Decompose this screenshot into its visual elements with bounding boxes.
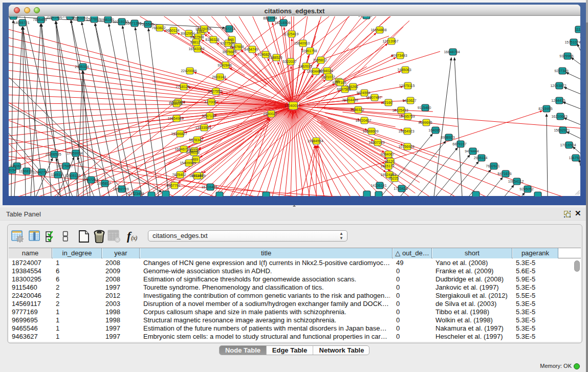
svg-text:1691144: 1691144 [189, 174, 203, 178]
svg-text:7663822: 7663822 [151, 26, 165, 30]
svg-text:1938673: 1938673 [168, 102, 182, 105]
svg-text:8215955: 8215955 [538, 107, 552, 111]
svg-text:15226058: 15226058 [195, 27, 211, 31]
svg-text:16033809: 16033809 [9, 16, 20, 18]
svg-text:2718126: 2718126 [176, 85, 189, 89]
svg-text:15751074: 15751074 [564, 40, 580, 44]
svg-text:16648784: 16648784 [444, 50, 460, 54]
svg-text:8471676: 8471676 [497, 172, 511, 176]
svg-text:7865459: 7865459 [33, 18, 47, 21]
svg-text:11325419: 11325419 [283, 32, 299, 36]
svg-text:20364436: 20364436 [342, 98, 358, 102]
svg-text:10653267: 10653267 [72, 16, 88, 20]
svg-text:2930027: 2930027 [263, 112, 277, 116]
svg-text:12323448: 12323448 [128, 192, 144, 195]
svg-text:8912954: 8912954 [181, 32, 194, 35]
svg-text:1527602: 1527602 [86, 17, 100, 21]
svg-text:9227349: 9227349 [554, 69, 568, 73]
svg-text:19654983: 19654983 [167, 117, 183, 120]
svg-text:16154808: 16154808 [371, 28, 386, 32]
svg-text:111: 111 [575, 28, 580, 31]
svg-text:16210643: 16210643 [551, 115, 567, 118]
svg-text:1615172: 1615172 [380, 164, 394, 168]
svg-text:9245052: 9245052 [519, 187, 533, 191]
svg-text:9115460: 9115460 [418, 106, 431, 110]
svg-text:5322037: 5322037 [282, 60, 296, 63]
svg-text:1621072: 1621072 [321, 75, 335, 79]
svg-text:12213967: 12213967 [382, 39, 398, 43]
svg-text:13533594: 13533594 [195, 126, 211, 129]
svg-text:3675685: 3675685 [222, 50, 236, 54]
svg-text:15640910: 15640910 [294, 41, 310, 45]
svg-text:746266: 746266 [346, 85, 358, 89]
svg-text:1244415: 1244415 [551, 99, 565, 102]
svg-text:17240017: 17240017 [284, 104, 300, 107]
svg-text:9777169: 9777169 [332, 81, 346, 84]
svg-text:19384554: 19384554 [307, 139, 323, 143]
svg-text:2603144: 2603144 [212, 75, 226, 79]
svg-text:15409949: 15409949 [180, 161, 195, 165]
svg-text:164095: 164095 [428, 128, 440, 132]
svg-text:8938923: 8938923 [441, 136, 454, 139]
svg-text:20206535: 20206535 [45, 152, 61, 156]
svg-text:22420046: 22420046 [181, 69, 197, 73]
svg-text:2935114: 2935114 [474, 156, 488, 160]
svg-text:12505135: 12505135 [64, 174, 80, 178]
svg-text:12093872: 12093872 [550, 84, 566, 87]
svg-text:9084067: 9084067 [380, 152, 394, 156]
svg-text:6966160: 6966160 [100, 18, 114, 21]
svg-text:6794024: 6794024 [319, 69, 333, 73]
svg-text:9827508: 9827508 [190, 35, 204, 39]
svg-text:17359934: 17359934 [67, 151, 82, 155]
svg-text:7986322: 7986322 [350, 108, 364, 112]
svg-text:9474444: 9474444 [465, 149, 478, 153]
svg-text:19524851: 19524851 [380, 173, 396, 177]
svg-text:9857791: 9857791 [166, 184, 180, 187]
svg-text:20691406: 20691406 [46, 16, 62, 19]
svg-text:1095817: 1095817 [97, 182, 111, 185]
svg-text:10654112: 10654112 [508, 180, 524, 183]
svg-text:12975115: 12975115 [399, 84, 415, 87]
svg-text:16543362: 16543362 [188, 47, 204, 51]
svg-text:62160: 62160 [382, 101, 393, 104]
svg-text:14055721: 14055721 [13, 21, 29, 25]
svg-text:7625402: 7625402 [172, 173, 186, 177]
svg-text:9463627: 9463627 [402, 99, 416, 102]
svg-text:10961758: 10961758 [301, 49, 317, 53]
svg-text:19166827: 19166827 [171, 132, 187, 136]
svg-text:1362615: 1362615 [298, 64, 312, 68]
svg-text:9699695: 9699695 [418, 121, 432, 124]
svg-text:1733426: 1733426 [394, 187, 407, 190]
svg-text:18807249: 18807249 [368, 141, 384, 144]
svg-text:10807487: 10807487 [365, 96, 381, 99]
svg-text:7485063: 7485063 [397, 68, 411, 72]
svg-text:5878342: 5878342 [189, 138, 203, 142]
svg-text:17016504: 17016504 [560, 143, 576, 147]
svg-text:8813054: 8813054 [263, 16, 277, 20]
svg-text:15495759: 15495759 [399, 115, 415, 118]
svg-text:1588520: 1588520 [268, 56, 282, 59]
svg-text:489: 489 [192, 158, 198, 161]
svg-text:9327508: 9327508 [220, 41, 234, 45]
svg-text:10973493: 10973493 [391, 54, 407, 57]
svg-text:1156819: 1156819 [19, 169, 33, 173]
svg-text:315061: 315061 [10, 164, 21, 168]
svg-text:2687682: 2687682 [358, 16, 372, 17]
svg-text:25225: 25225 [388, 177, 399, 180]
svg-text:8186328: 8186328 [205, 38, 219, 41]
svg-text:3498222: 3498222 [186, 150, 200, 154]
svg-text:19218506: 19218506 [274, 21, 290, 25]
svg-text:19654923: 19654923 [398, 129, 414, 133]
svg-text:17957253: 17957253 [82, 178, 98, 182]
svg-text:3624554: 3624554 [356, 91, 370, 95]
svg-text:2867608: 2867608 [230, 45, 244, 49]
svg-text:39154: 39154 [9, 168, 16, 172]
svg-text:12942757: 12942757 [33, 170, 49, 174]
svg-text:9660124: 9660124 [165, 29, 179, 32]
svg-text:417006: 417006 [204, 100, 216, 104]
svg-text:16671355: 16671355 [125, 21, 141, 25]
svg-text:2905334: 2905334 [75, 65, 89, 69]
svg-text:10025433: 10025433 [392, 108, 408, 112]
svg-text:7955812: 7955812 [313, 58, 326, 62]
svg-text:7357214: 7357214 [221, 27, 235, 31]
